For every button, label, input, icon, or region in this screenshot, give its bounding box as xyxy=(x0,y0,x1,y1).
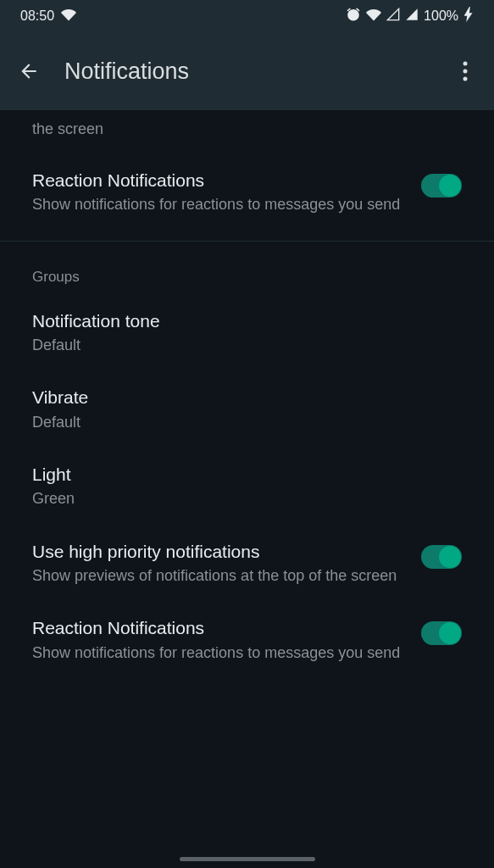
reaction-notifications-groups[interactable]: Reaction Notifications Show notification… xyxy=(0,601,494,678)
navigation-bar-handle[interactable] xyxy=(180,857,315,861)
setting-title: Use high priority notifications xyxy=(32,540,408,564)
status-bar: 08:50 100% xyxy=(0,0,494,32)
wifi-icon xyxy=(61,8,76,25)
setting-title: Notification tone xyxy=(32,309,462,333)
app-bar: Notifications xyxy=(0,32,494,110)
reaction-notifications-messages-toggle[interactable] xyxy=(421,174,462,198)
setting-subtitle: Show notifications for reactions to mess… xyxy=(32,194,408,214)
reaction-notifications-groups-toggle[interactable] xyxy=(421,621,462,645)
setting-title: Reaction Notifications xyxy=(32,169,408,192)
setting-text: Notification tone Default xyxy=(32,309,462,356)
back-button[interactable] xyxy=(17,59,41,83)
svg-point-0 xyxy=(463,62,468,66)
status-right: 100% xyxy=(346,7,474,25)
toggle-knob xyxy=(439,622,461,644)
setting-title: Vibrate xyxy=(32,386,462,409)
setting-text: Reaction Notifications Show notification… xyxy=(32,169,408,215)
setting-title: Light xyxy=(32,463,462,487)
setting-subtitle: Green xyxy=(32,488,462,509)
settings-content: the screen Reaction Notifications Show n… xyxy=(0,110,494,678)
toggle-knob xyxy=(439,175,461,197)
divider xyxy=(0,241,494,242)
setting-text: Vibrate Default xyxy=(32,386,462,432)
notification-tone-row[interactable]: Notification tone Default xyxy=(0,294,494,371)
bolt-icon xyxy=(463,7,474,25)
svg-point-2 xyxy=(463,77,468,81)
setting-subtitle: Default xyxy=(32,335,462,355)
toggle-knob xyxy=(439,546,461,568)
setting-text: Light Green xyxy=(32,463,462,509)
high-priority-toggle[interactable] xyxy=(421,545,462,569)
setting-subtitle: Show notifications for reactions to mess… xyxy=(32,643,408,663)
svg-point-1 xyxy=(463,70,468,74)
page-title: Notifications xyxy=(64,58,430,85)
high-priority-row[interactable]: Use high priority notifications Show pre… xyxy=(0,525,494,602)
setting-text: Use high priority notifications Show pre… xyxy=(32,540,408,587)
more-options-button[interactable] xyxy=(453,59,477,83)
partial-row-subtitle: the screen xyxy=(0,110,494,153)
reaction-notifications-messages[interactable]: Reaction Notifications Show notification… xyxy=(0,153,494,231)
setting-subtitle: Default xyxy=(32,412,462,432)
status-time: 08:50 xyxy=(20,8,54,24)
setting-text: Reaction Notifications Show notification… xyxy=(32,616,408,663)
battery-percent: 100% xyxy=(424,8,458,24)
setting-title: Reaction Notifications xyxy=(32,616,408,640)
vibrate-row[interactable]: Vibrate Default xyxy=(0,370,494,448)
signal-icon-2 xyxy=(405,8,419,25)
setting-subtitle: Show previews of notifications at the to… xyxy=(32,565,408,586)
groups-header: Groups xyxy=(0,248,494,294)
alarm-icon xyxy=(346,7,361,25)
signal-icon-1 xyxy=(386,8,400,25)
wifi-status-icon xyxy=(366,8,381,25)
status-left: 08:50 xyxy=(20,8,76,25)
light-row[interactable]: Light Green xyxy=(0,448,494,525)
